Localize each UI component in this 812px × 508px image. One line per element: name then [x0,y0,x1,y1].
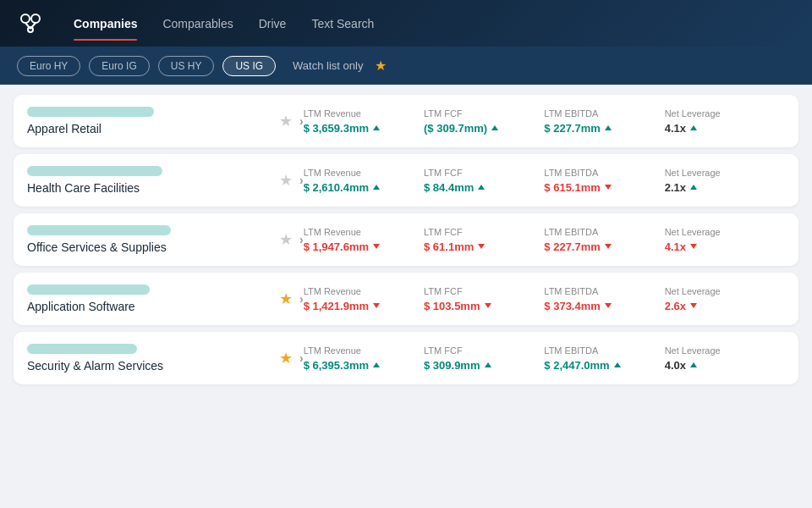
metric-label-4-2: LTM EBITDA [544,345,664,356]
metric-arrow-3-3 [690,303,697,308]
metric-col-3-3: Net Leverage2.6x [665,286,785,312]
card-left-2: Office Services & Supplies [27,225,272,254]
card-bar-1 [27,166,162,176]
card-0: Apparel Retail★›LTM Revenue$ 3,659.3mm L… [14,95,798,147]
card-metrics-4: LTM Revenue$ 6,395.3mm LTM FCF$ 309.9mm … [304,345,785,372]
metric-col-0-2: LTM EBITDA$ 227.7mm [544,108,664,135]
metric-label-3-3: Net Leverage [665,286,785,296]
svg-point-0 [21,14,30,23]
metric-label-0-3: Net Leverage [665,108,785,119]
card-1: Health Care Facilities★›LTM Revenue$ 2,6… [14,154,798,207]
metric-col-0-3: Net Leverage4.1x [665,108,785,135]
filter-us-hy[interactable]: US HY [158,56,215,76]
card-4: Security & Alarm Services★›LTM Revenue$ … [14,332,798,384]
metric-value-0-0: $ 3,659.3mm [304,122,424,135]
metric-value-4-3: 4.0x [665,359,785,372]
card-metrics-3: LTM Revenue$ 1,421.9mm LTM FCF$ 103.5mm … [304,286,785,312]
metric-label-0-0: LTM Revenue [304,108,424,119]
metric-value-3-3: 2.6x [665,300,785,312]
metric-label-2-1: LTM FCF [424,227,544,237]
nav-text-search[interactable]: Text Search [311,14,374,34]
card-left-3: Application Software [27,284,272,313]
metric-label-3-1: LTM FCF [424,286,544,296]
card-star-2[interactable]: ★ [279,230,293,249]
metric-label-2-3: Net Leverage [665,227,785,237]
card-name-2: Office Services & Supplies [27,240,272,254]
filter-us-ig[interactable]: US IG [222,56,276,76]
metric-value-1-1: $ 84.4mm [424,181,544,194]
card-metrics-2: LTM Revenue$ 1,947.6mm LTM FCF$ 61.1mm L… [304,227,785,253]
nav-companies[interactable]: Companies [74,14,137,34]
header: Companies Comparables Drive Text Search [0,0,812,47]
metric-arrow-4-1 [485,362,491,367]
metric-arrow-1-2 [605,185,612,190]
filter-euro-hy[interactable]: Euro HY [17,56,80,76]
card-left-0: Apparel Retail [27,107,272,135]
card-bar-0 [27,107,154,117]
card-metrics-0: LTM Revenue$ 3,659.3mm LTM FCF($ 309.7mm… [304,108,785,135]
metric-label-1-2: LTM EBITDA [544,168,664,178]
metric-arrow-4-0 [373,362,380,367]
metric-value-2-3: 4.1x [665,240,785,253]
metric-arrow-2-3 [690,244,697,249]
metric-col-2-1: LTM FCF$ 61.1mm [424,227,544,253]
card-name-4: Security & Alarm Services [27,359,272,373]
metric-col-3-2: LTM EBITDA$ 373.4mm [544,286,664,312]
watchlist-star-icon[interactable]: ★ [375,58,387,74]
card-left-1: Health Care Facilities [27,166,272,195]
metric-arrow-4-2 [614,362,621,367]
metric-value-3-2: $ 373.4mm [544,300,664,312]
metric-label-3-2: LTM EBITDA [544,286,664,296]
metric-arrow-1-3 [690,185,697,190]
metric-value-2-0: $ 1,947.6mm [304,240,424,253]
filter-euro-ig[interactable]: Euro IG [89,56,149,76]
card-bar-4 [27,344,137,354]
metric-label-2-0: LTM Revenue [304,227,424,237]
metric-value-4-1: $ 309.9mm [424,359,544,372]
metric-label-4-3: Net Leverage [665,345,785,356]
card-bar-2 [27,225,171,235]
metric-label-0-1: LTM FCF [424,108,544,119]
metric-value-3-0: $ 1,421.9mm [304,300,424,312]
metric-col-2-3: Net Leverage4.1x [665,227,785,253]
metric-value-0-2: $ 227.7mm [544,122,664,135]
nav-comparables[interactable]: Comparables [162,14,233,34]
metric-label-0-2: LTM EBITDA [544,108,664,119]
card-3: Application Software★›LTM Revenue$ 1,421… [14,273,798,325]
card-star-4[interactable]: ★ [279,349,293,367]
metric-col-0-1: LTM FCF($ 309.7mm) [424,108,544,135]
card-star-3[interactable]: ★ [279,290,293,308]
metric-arrow-0-1 [491,125,498,130]
card-star-1[interactable]: ★ [279,171,293,190]
metric-arrow-3-1 [485,303,491,308]
metric-col-3-0: LTM Revenue$ 1,421.9mm [304,286,424,312]
metric-value-4-0: $ 6,395.3mm [304,359,424,372]
metric-arrow-0-0 [373,125,380,130]
main-content: Apparel Retail★›LTM Revenue$ 3,659.3mm L… [0,85,812,508]
nav-drive[interactable]: Drive [259,14,287,34]
metric-arrow-1-0 [373,185,380,190]
card-left-4: Security & Alarm Services [27,344,272,373]
card-name-1: Health Care Facilities [27,181,272,195]
metric-col-1-3: Net Leverage2.1x [665,168,785,194]
metric-col-4-2: LTM EBITDA$ 2,447.0mm [544,345,664,372]
card-name-0: Apparel Retail [27,122,272,135]
metric-value-3-1: $ 103.5mm [424,300,544,312]
metric-value-0-3: 4.1x [665,122,785,135]
metric-arrow-3-2 [605,303,612,308]
metric-col-4-1: LTM FCF$ 309.9mm [424,345,544,372]
metric-value-1-2: $ 615.1mm [544,181,664,194]
metric-value-1-3: 2.1x [665,181,785,194]
card-actions-1: ★› [279,171,304,190]
metric-arrow-2-0 [373,244,380,249]
card-actions-0: ★› [279,112,304,130]
card-name-3: Application Software [27,300,272,313]
card-actions-2: ★› [279,230,304,249]
card-star-0[interactable]: ★ [279,112,293,130]
metric-arrow-3-0 [373,303,380,308]
card-actions-3: ★› [279,290,304,308]
metric-arrow-2-1 [478,244,485,249]
metric-arrow-2-2 [605,244,612,249]
metric-col-1-2: LTM EBITDA$ 615.1mm [544,168,664,194]
svg-point-4 [28,27,33,32]
